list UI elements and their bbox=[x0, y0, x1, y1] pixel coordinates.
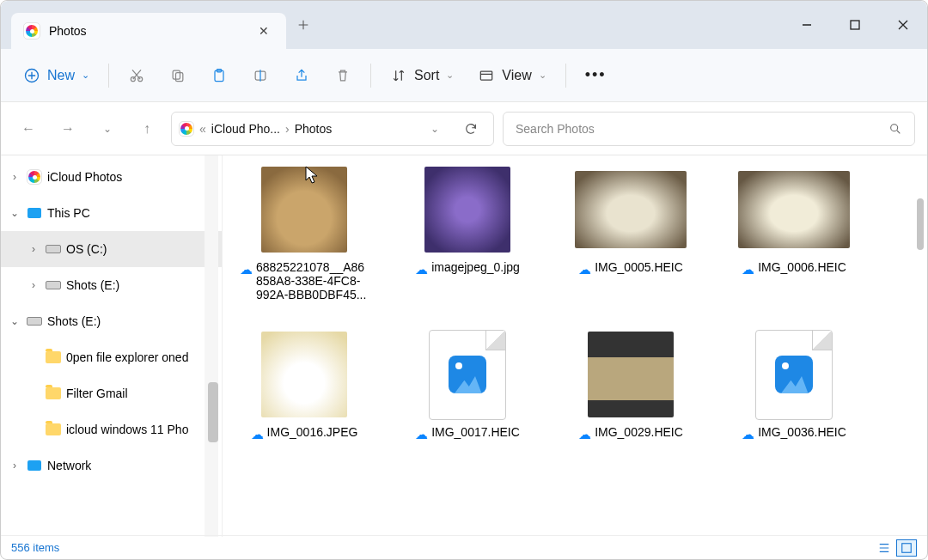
file-name: IMG_0036.HEIC bbox=[758, 425, 846, 439]
file-item[interactable]: ☁IMG_0016.JPEG bbox=[240, 327, 369, 442]
sidebar-scrollbar-track[interactable] bbox=[205, 155, 218, 537]
tab-photos[interactable]: Photos ✕ bbox=[11, 13, 286, 49]
svg-rect-14 bbox=[902, 543, 912, 552]
file-name: IMG_0029.HEIC bbox=[595, 425, 683, 439]
breadcrumb-seg[interactable]: Photos bbox=[295, 122, 333, 136]
file-item[interactable]: ☁IMG_0005.HEIC bbox=[566, 162, 695, 301]
sidebar-item[interactable]: ›iCloud Photos bbox=[1, 159, 222, 195]
status-bar: 556 items bbox=[1, 535, 927, 559]
toolbar: New ⌄ Sort ⌄ View ⌄ ••• bbox=[1, 49, 927, 102]
content-scrollbar-thumb[interactable] bbox=[917, 198, 924, 250]
search-input[interactable]: Search Photos bbox=[503, 112, 915, 146]
file-item[interactable]: ☁IMG_0029.HEIC bbox=[566, 327, 695, 442]
svg-rect-6 bbox=[176, 72, 183, 81]
address-bar[interactable]: « iCloud Pho... › Photos ⌄ bbox=[171, 112, 494, 146]
svg-rect-10 bbox=[481, 71, 492, 80]
recent-button[interactable]: ⌄ bbox=[92, 113, 123, 144]
generic-file-icon bbox=[429, 330, 506, 420]
file-name: IMG_0017.HEIC bbox=[431, 425, 520, 439]
sort-label: Sort bbox=[414, 68, 439, 83]
file-name: imagejpeg_0.jpg bbox=[431, 260, 520, 274]
file-name: IMG_0006.HEIC bbox=[758, 260, 846, 274]
sidebar-item[interactable]: 0pen file explorer oned bbox=[1, 339, 222, 375]
pc-icon bbox=[27, 458, 42, 473]
status-text: 556 items bbox=[11, 541, 59, 554]
back-button[interactable]: ← bbox=[13, 113, 44, 144]
sidebar-item[interactable]: ›Shots (E:) bbox=[1, 267, 222, 303]
sidebar-item[interactable]: Filter Gmail bbox=[1, 375, 222, 411]
titlebar: Photos ✕ bbox=[1, 1, 927, 49]
view-details-button[interactable] bbox=[874, 539, 894, 557]
folder-icon bbox=[46, 422, 61, 437]
share-button[interactable] bbox=[283, 58, 321, 93]
twisty-icon[interactable]: ⌄ bbox=[8, 207, 21, 219]
forward-button[interactable]: → bbox=[52, 113, 83, 144]
sidebar-item[interactable]: ›OS (C:) bbox=[1, 231, 222, 267]
view-icons-button[interactable] bbox=[896, 539, 917, 557]
paste-button[interactable] bbox=[200, 58, 238, 93]
sidebar-item[interactable]: ›Network bbox=[1, 447, 222, 484]
photos-icon bbox=[27, 169, 42, 185]
file-item[interactable]: ☁68825221078__A86858A8-338E-4FC8-992A-BB… bbox=[240, 162, 369, 301]
svg-rect-5 bbox=[173, 70, 180, 79]
sidebar-scrollbar-thumb[interactable] bbox=[208, 382, 218, 442]
cloud-icon: ☁ bbox=[251, 427, 264, 442]
thumbnail bbox=[261, 332, 347, 417]
view-mode-switcher bbox=[874, 539, 917, 557]
file-item[interactable]: ☁imagejpeg_0.jpg bbox=[403, 162, 532, 301]
sidebar-item[interactable]: icloud windows 11 Pho bbox=[1, 411, 222, 447]
cloud-icon: ☁ bbox=[240, 262, 253, 277]
refresh-button[interactable] bbox=[455, 113, 486, 144]
sidebar: ›iCloud Photos⌄This PC›OS (C:)›Shots (E:… bbox=[1, 155, 223, 537]
chevron-down-icon: ⌄ bbox=[82, 70, 89, 81]
cut-button[interactable] bbox=[118, 58, 156, 93]
close-icon[interactable]: ✕ bbox=[253, 21, 274, 41]
minimize-button[interactable] bbox=[783, 8, 831, 42]
file-name: 68825221078__A86858A8-338E-4FC8-992A-BBB… bbox=[256, 260, 369, 301]
delete-button[interactable] bbox=[324, 58, 362, 93]
chevron-down-icon: ⌄ bbox=[446, 70, 454, 81]
svg-rect-1 bbox=[851, 21, 859, 29]
view-label: View bbox=[502, 68, 531, 83]
new-button[interactable]: New ⌄ bbox=[13, 58, 100, 93]
thumbnail bbox=[261, 167, 347, 253]
chevron-left-icon: « bbox=[199, 122, 206, 136]
twisty-icon[interactable]: ⌄ bbox=[8, 315, 21, 327]
cloud-icon: ☁ bbox=[415, 427, 428, 442]
divider bbox=[370, 64, 371, 88]
sidebar-item-label: iCloud Photos bbox=[47, 170, 122, 184]
drive-icon bbox=[27, 313, 42, 329]
copy-button[interactable] bbox=[159, 58, 197, 93]
twisty-icon[interactable]: › bbox=[8, 171, 21, 183]
twisty-icon[interactable]: › bbox=[27, 243, 40, 255]
divider bbox=[565, 64, 566, 88]
folder-icon bbox=[46, 386, 61, 401]
tab-title: Photos bbox=[49, 24, 245, 38]
twisty-icon[interactable]: › bbox=[27, 279, 40, 291]
sidebar-item-label: Shots (E:) bbox=[66, 278, 119, 292]
view-button[interactable]: View ⌄ bbox=[467, 58, 556, 93]
cloud-icon: ☁ bbox=[578, 262, 591, 277]
chevron-down-icon[interactable]: ⌄ bbox=[419, 113, 450, 144]
file-name: IMG_0016.JPEG bbox=[267, 425, 358, 439]
up-button[interactable]: ↑ bbox=[131, 113, 162, 144]
file-item[interactable]: ☁IMG_0036.HEIC bbox=[730, 327, 858, 442]
new-tab-button[interactable] bbox=[286, 8, 321, 42]
close-window-button[interactable] bbox=[879, 8, 927, 42]
sort-button[interactable]: Sort ⌄ bbox=[380, 58, 464, 93]
breadcrumb-seg[interactable]: iCloud Pho... bbox=[211, 122, 280, 136]
file-item[interactable]: ☁IMG_0006.HEIC bbox=[730, 162, 858, 301]
thumbnail bbox=[588, 332, 674, 417]
maximize-button[interactable] bbox=[831, 8, 879, 42]
search-icon bbox=[888, 122, 902, 136]
twisty-icon[interactable]: › bbox=[8, 460, 21, 472]
sidebar-item-label: OS (C:) bbox=[66, 242, 107, 256]
sidebar-item-label: Shots (E:) bbox=[47, 314, 101, 328]
sidebar-item[interactable]: ⌄This PC bbox=[1, 195, 222, 231]
file-item[interactable]: ☁IMG_0017.HEIC bbox=[403, 327, 532, 442]
sidebar-item[interactable]: ⌄Shots (E:) bbox=[1, 303, 222, 339]
window-controls bbox=[783, 8, 927, 42]
cloud-icon: ☁ bbox=[742, 262, 754, 277]
rename-button[interactable] bbox=[241, 58, 279, 93]
more-button[interactable]: ••• bbox=[575, 58, 617, 93]
